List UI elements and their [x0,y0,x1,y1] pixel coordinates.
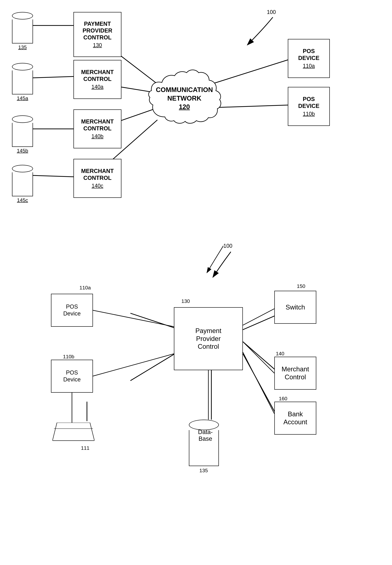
cylinder-135: 135 [12,12,33,50]
cylinder-145b: 145b [12,115,33,154]
svg-line-7 [30,175,75,177]
database-ref: 135 [199,468,208,473]
svg-line-23 [93,354,174,376]
merchant-a-box: MERCHANT CONTROL 140a [73,60,121,99]
diagram-container: 100 135 PAYMENT PROVIDER CONTROL 130 145… [0,0,392,565]
merchant-d2-ref: 140 [276,351,284,357]
bank-ref: 160 [279,396,287,401]
svg-line-27 [243,352,274,414]
cylinder-145a: 145a [12,63,33,101]
svg-line-3 [30,76,75,78]
svg-line-12 [130,313,180,330]
svg-line-26 [243,342,274,373]
merchant-b-box: MERCHANT CONTROL 140b [73,110,121,148]
svg-line-15 [243,315,277,330]
svg-line-25 [243,309,274,325]
pos-b-box: POS DEVICE 110b [288,87,330,126]
payment-provider-box: PAYMENT PROVIDER CONTROL 130 [73,12,121,57]
payment-provider-d2-box: Payment Provider Control [174,307,243,370]
database-d2 [189,420,219,466]
svg-marker-19 [53,423,95,441]
pos-a-box: POS DEVICE 110a [288,39,330,78]
card-reader [53,423,95,447]
card-reader-label: 111 [81,445,89,451]
switch-ref: 150 [297,283,305,289]
pos-a-d2-box: POS Device [51,294,93,327]
pp-d2-ref: 130 [181,298,190,304]
merchant-c-box: MERCHANT CONTROL 140c [73,159,121,198]
ref-100-d1: 100 [267,9,276,15]
svg-line-13 [130,351,180,381]
cylinder-145c: 145c [12,165,33,203]
ref-100-d2: 100 [223,243,232,249]
svg-line-22 [93,310,174,327]
bank-box: Bank Account [274,402,316,435]
network-label: COMMUNICATION NETWORK 120 [154,85,214,111]
switch-box: Switch [274,291,316,324]
merchant-d2-box: Merchant Control [274,357,316,390]
pos-b-d2-label: 110b [63,354,74,359]
pos-a-d2-label: 110a [79,285,91,290]
svg-line-17 [243,354,277,417]
pos-b-d2-box: POS Device [51,360,93,393]
svg-line-16 [243,342,277,372]
cloud-network: COMMUNICATION NETWORK 120 [147,66,222,129]
